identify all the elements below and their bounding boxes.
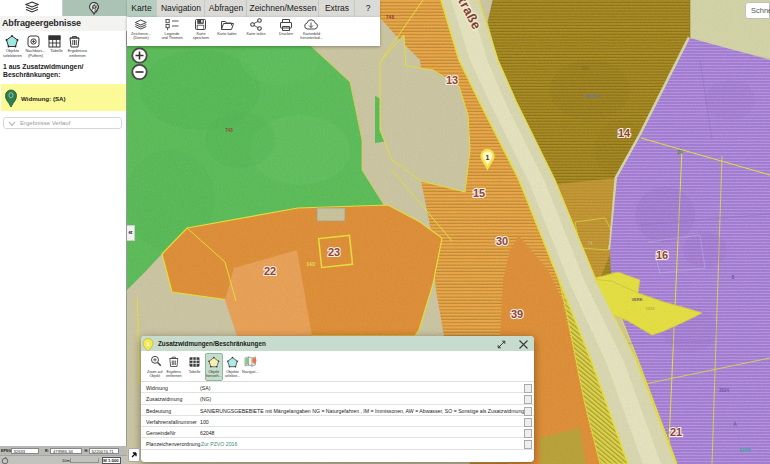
svg-text:1: 1 <box>486 154 490 161</box>
